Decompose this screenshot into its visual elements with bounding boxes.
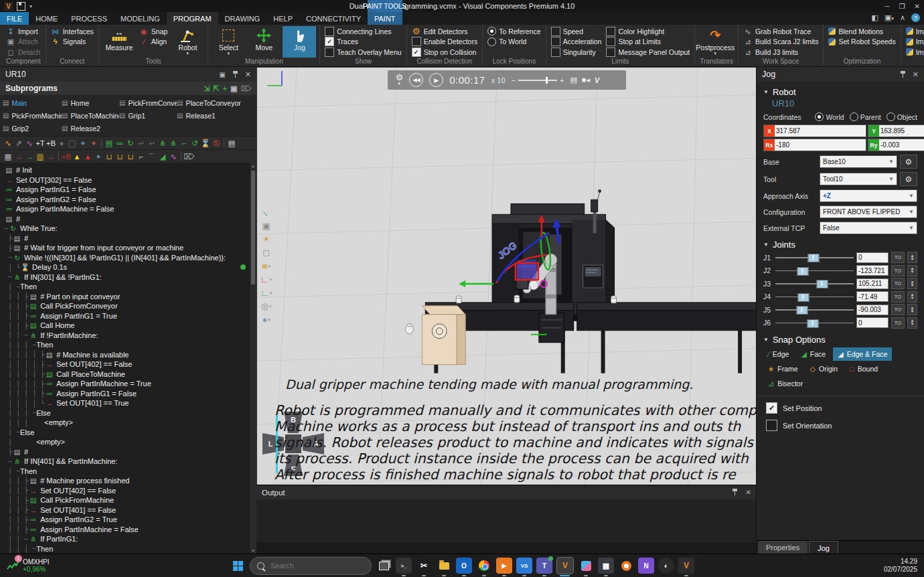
align-face-icon[interactable]: ◢ [157, 151, 168, 162]
checkbox-icon[interactable] [325, 37, 334, 46]
checkbox-icon[interactable] [551, 48, 560, 57]
radio-icon[interactable] [887, 112, 895, 121]
tree-row[interactable]: │ │ ├▤Call PickFromConveyor [4, 301, 256, 311]
checkbox-icon[interactable] [766, 420, 777, 431]
tree-row[interactable]: │ │ ├≔Assign PartInG1 = True [4, 311, 256, 321]
halt-statement-icon[interactable]: ↵ [147, 138, 157, 149]
export-subprogram-icon[interactable]: ⇱ [213, 84, 219, 93]
shading-mode-icon[interactable]: ●▾ [262, 315, 270, 325]
tree-row[interactable]: │ −Then [4, 282, 256, 292]
tree-row[interactable]: │ │ │ <empty> [4, 418, 256, 428]
tree-row[interactable]: →Set OUT[302] == False [4, 175, 256, 185]
tree-row[interactable]: −↻While True: [4, 224, 256, 234]
release-action-icon[interactable]: ⊔ [125, 151, 136, 162]
subprogram-release1[interactable]: ▤Release1 [177, 109, 254, 122]
interfaces-button[interactable]: Interfaces [50, 26, 95, 37]
tab-modeling[interactable]: MODELING [114, 12, 167, 25]
jog-close-icon[interactable]: ✕ [913, 70, 919, 79]
float-panel-icon[interactable]: ▣ [219, 71, 225, 78]
wireframe-icon[interactable]: ◻ [262, 248, 270, 258]
speed-slider[interactable] [518, 80, 557, 81]
minimize-button[interactable]: ─ [885, 3, 890, 10]
return-statement-icon[interactable]: ↵ [136, 138, 147, 149]
snipping-tool-icon[interactable]: ✂ [416, 558, 432, 574]
slider-handle[interactable] [798, 293, 810, 302]
tree-row[interactable]: ≔Assign PartInG1 = False [4, 185, 256, 195]
color-highlight-checkbox[interactable]: Color Highlight [605, 26, 691, 37]
subprogram-home[interactable]: ▤Home [62, 96, 119, 109]
tool-dropdown[interactable]: Tool10▼ [820, 173, 897, 185]
joint-spinner[interactable]: ▲▼ [907, 252, 917, 263]
set-position-checkbox[interactable]: Set Position [766, 402, 917, 414]
terminal-icon[interactable]: >_ [396, 558, 412, 574]
joint-spinner[interactable]: ▲▼ [907, 304, 917, 315]
message-panel-output-checkbox[interactable]: Message Panel Output [605, 47, 691, 58]
build-j3-limits-button[interactable]: Build J3 limits [742, 47, 820, 58]
tree-row[interactable]: │ │ ├→Set OUT[401] == False [4, 505, 256, 515]
enable-detectors-checkbox[interactable]: Enable Detectors [410, 37, 479, 48]
tree-row[interactable]: │ │ ├→Set OUT[402] == False [4, 486, 256, 496]
tree-row[interactable]: │ │ │ −Else [4, 408, 256, 418]
jog-to-button[interactable]: TO [891, 252, 905, 263]
robot-section-header[interactable]: ▼Robot [763, 87, 917, 97]
joint-value[interactable]: 0 [856, 252, 889, 263]
bottom-tab-properties[interactable]: Properties [758, 541, 807, 554]
subprogram-pickfrommachine[interactable]: ▤PickFromMachine [3, 109, 62, 122]
search-input[interactable] [269, 561, 339, 570]
elseif-statement-icon[interactable]: ⋔ [168, 138, 179, 149]
checkbox-icon[interactable] [551, 37, 560, 46]
ptp-motion-icon[interactable]: ∿ [3, 138, 13, 149]
speed-increase-icon[interactable]: + [560, 76, 564, 84]
tree-row[interactable]: │ │ │ │ ├▤# Machine is available [4, 350, 256, 360]
set-property-icon[interactable]: → [46, 151, 56, 162]
grip-move-icon[interactable]: ⊔ [114, 151, 125, 162]
snap-button[interactable]: Snap [138, 26, 169, 37]
snap-face-button[interactable]: ◢Face [796, 347, 830, 361]
to-world-radio[interactable]: To World [486, 37, 542, 48]
joint-value[interactable]: -90.003 [856, 305, 889, 315]
singularity-checkbox[interactable]: Singularity [550, 47, 603, 58]
speed-checkbox[interactable]: Speed [550, 26, 603, 37]
acceleration-checkbox[interactable]: Acceleration [550, 37, 603, 48]
tree-row[interactable]: ├▤# [4, 234, 256, 244]
render-mode-icon[interactable]: ■▾ [262, 262, 270, 271]
tree-row[interactable]: │ │ −⋔If PartInG1: [4, 534, 256, 544]
tree-row[interactable]: │ │ −⋔If !PartInMachine: [4, 331, 256, 341]
circle-statement-icon[interactable]: ● [56, 138, 67, 149]
jog-to-button[interactable]: TO [891, 317, 905, 329]
connecting-lines-checkbox[interactable]: Connecting Lines [323, 26, 402, 37]
subprogram-placetoconveyor[interactable]: ▤PlaceToConveyor [177, 96, 254, 109]
checkbox-icon[interactable] [325, 48, 334, 57]
start-button[interactable] [230, 558, 246, 574]
joint-value[interactable]: -123.721 [856, 265, 889, 276]
joint-slider[interactable] [775, 266, 854, 275]
joint-spinner[interactable]: ▲▼ [907, 317, 917, 329]
error-limit-icon[interactable]: ▲ [82, 151, 93, 162]
tree-row[interactable]: │ │ ├≔Assign PartInMachine = False [4, 525, 256, 535]
vscode-icon[interactable]: VS [516, 558, 532, 574]
tab-process[interactable]: PROCESS [64, 12, 114, 25]
tree-row[interactable]: │ └⌛Delay 0.1s [4, 262, 256, 272]
delete-statement-icon[interactable]: ⌦ [183, 151, 194, 162]
tree-row[interactable]: │ │ ├≔Assign PartInG2 = True [4, 515, 256, 525]
subprogram-pickfromconveyo[interactable]: ▤PickFromConveyo [119, 96, 177, 109]
reset-simulation-icon[interactable]: ◀◀ [409, 73, 423, 87]
close-button[interactable]: ✕ [915, 3, 920, 10]
taskbar-clock[interactable]: 14.29 02/07/2025 [884, 558, 917, 574]
print-statement-icon[interactable]: ▦ [3, 151, 13, 162]
gear-icon[interactable]: ⚙ [900, 155, 917, 169]
delay-statement-icon[interactable]: ⌛ [200, 138, 211, 149]
slider-handle[interactable] [796, 306, 807, 315]
teach-point-icon[interactable]: ⌖ [93, 151, 104, 162]
app-logo-icon[interactable]: V [4, 2, 13, 11]
tab-connectivity[interactable]: CONNECTIVITY [299, 12, 368, 25]
detach-button[interactable]: Detach [5, 47, 42, 58]
jog-to-button[interactable]: TO [891, 278, 905, 289]
quick-access-caret-icon[interactable]: ▾ [29, 3, 32, 9]
slider-handle[interactable] [817, 280, 828, 288]
dock-viewport-icon[interactable]: ◧ [872, 13, 878, 22]
tree-row[interactable]: │ │ │ │ ├→Set OUT[402] == False [4, 359, 256, 369]
vc-experience-icon[interactable]: V [595, 76, 599, 84]
checkbox-icon[interactable] [606, 48, 615, 57]
coordinate-mode-object[interactable]: Object [887, 112, 917, 121]
